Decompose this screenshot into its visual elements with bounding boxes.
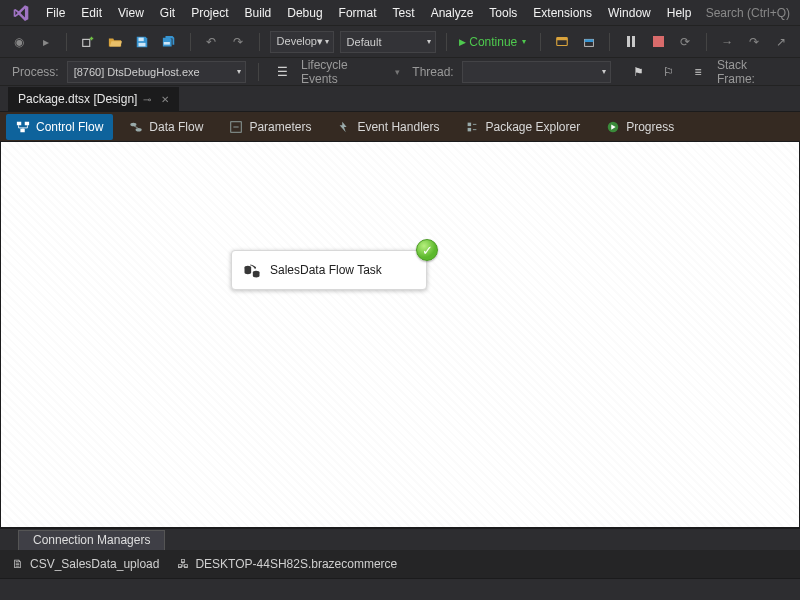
menu-window[interactable]: Window <box>600 2 659 24</box>
svg-point-11 <box>131 122 137 126</box>
menu-extensions[interactable]: Extensions <box>525 2 600 24</box>
new-item-button[interactable] <box>77 31 98 53</box>
process-label: Process: <box>12 65 59 79</box>
step-into-icon[interactable]: → <box>717 31 738 53</box>
menu-analyze[interactable]: Analyze <box>423 2 482 24</box>
process-dropdown[interactable]: [8760] DtsDebugHost.exe <box>67 61 246 83</box>
tab-parameters[interactable]: Parameters <box>219 114 321 140</box>
footer-strip <box>0 578 800 598</box>
progress-icon <box>606 120 620 134</box>
tab-event-handlers[interactable]: Event Handlers <box>327 114 449 140</box>
continue-button[interactable]: ▶ Continue ▾ <box>457 35 530 49</box>
svg-rect-5 <box>557 37 568 40</box>
lifecycle-events-icon[interactable]: ☰ <box>271 61 293 83</box>
svg-rect-3 <box>164 42 170 45</box>
tab-control-flow[interactable]: Control Flow <box>6 114 113 140</box>
event-handlers-icon <box>337 120 351 134</box>
data-flow-icon <box>129 120 143 134</box>
step-over-icon[interactable]: ↷ <box>744 31 765 53</box>
separator <box>259 33 260 51</box>
menu-test[interactable]: Test <box>385 2 423 24</box>
svg-rect-2 <box>138 42 145 46</box>
svg-rect-1 <box>138 37 143 41</box>
menu-tools[interactable]: Tools <box>481 2 525 24</box>
threads-icon[interactable]: ≡ <box>687 61 709 83</box>
restart-button[interactable]: ⟳ <box>675 31 696 53</box>
menu-bar: File Edit View Git Project Build Debug F… <box>0 0 800 26</box>
success-check-icon: ✓ <box>416 239 438 261</box>
flag2-icon[interactable]: ⚐ <box>657 61 679 83</box>
svg-rect-15 <box>468 127 472 131</box>
tab-label: Control Flow <box>36 120 103 134</box>
save-button[interactable] <box>131 31 152 53</box>
separator <box>540 33 541 51</box>
nav-fwd-button[interactable]: ▸ <box>35 31 56 53</box>
connection-managers-header: Connection Managers <box>0 528 800 550</box>
svg-rect-9 <box>25 121 29 125</box>
tab-package-explorer[interactable]: Package Explorer <box>455 114 590 140</box>
tab-label: Data Flow <box>149 120 203 134</box>
menu-file[interactable]: File <box>38 2 73 24</box>
close-icon[interactable]: ✕ <box>161 94 169 105</box>
step-out-icon[interactable]: ↗ <box>771 31 792 53</box>
main-toolbar: ◉ ▸ ↶ ↷ Develop▾ Default ▶ Continue ▾ ⟳ … <box>0 26 800 58</box>
tab-data-flow[interactable]: Data Flow <box>119 114 213 140</box>
open-file-button[interactable] <box>104 31 125 53</box>
undo-button[interactable]: ↶ <box>200 31 221 53</box>
menu-project[interactable]: Project <box>183 2 236 24</box>
separator <box>258 63 259 81</box>
separator <box>190 33 191 51</box>
task-node-label: SalesData Flow Task <box>270 263 382 277</box>
document-tab-strip: Package.dtsx [Design] ⊸ ✕ <box>0 86 800 112</box>
connection-name: CSV_SalesData_upload <box>30 557 159 571</box>
chevron-down-icon: ▾ <box>395 67 400 77</box>
solution-config-dropdown[interactable]: Develop▾ <box>270 31 334 53</box>
redo-button[interactable]: ↷ <box>228 31 249 53</box>
flag-icon[interactable]: ⚑ <box>627 61 649 83</box>
connection-managers-tab[interactable]: Connection Managers <box>18 530 165 550</box>
thread-dropdown[interactable] <box>462 61 611 83</box>
stackframe-label: Stack Frame: <box>717 58 788 86</box>
document-tab-active[interactable]: Package.dtsx [Design] ⊸ ✕ <box>8 87 179 111</box>
control-flow-icon <box>16 120 30 134</box>
save-all-button[interactable] <box>158 31 179 53</box>
chevron-down-icon: ▾ <box>522 37 526 46</box>
separator <box>609 33 610 51</box>
tab-label: Package Explorer <box>485 120 580 134</box>
connection-item[interactable]: 🗎 CSV_SalesData_upload <box>12 557 159 571</box>
design-canvas[interactable]: SalesData Flow Task ✓ <box>0 142 800 528</box>
menu-edit[interactable]: Edit <box>73 2 110 24</box>
pin-icon[interactable]: ⊸ <box>143 94 151 105</box>
separator <box>706 33 707 51</box>
menu-search-input[interactable]: Search (Ctrl+Q) <box>700 6 796 20</box>
menu-help[interactable]: Help <box>659 2 700 24</box>
thread-label: Thread: <box>412 65 453 79</box>
browser-link-icon[interactable] <box>551 31 572 53</box>
svg-rect-10 <box>20 128 24 132</box>
document-tab-title: Package.dtsx [Design] <box>18 92 137 106</box>
hot-reload-icon[interactable] <box>578 31 599 53</box>
menu-format[interactable]: Format <box>331 2 385 24</box>
play-icon: ▶ <box>459 37 466 47</box>
data-flow-task-node[interactable]: SalesData Flow Task ✓ <box>231 250 427 290</box>
menu-git[interactable]: Git <box>152 2 183 24</box>
menu-view[interactable]: View <box>110 2 152 24</box>
nav-back-button[interactable]: ◉ <box>8 31 29 53</box>
vs-logo-icon <box>10 2 32 24</box>
package-explorer-icon <box>465 120 479 134</box>
process-bar: Process: [8760] DtsDebugHost.exe ☰ Lifec… <box>0 58 800 86</box>
tab-label: Event Handlers <box>357 120 439 134</box>
solution-platform-dropdown[interactable]: Default <box>340 31 437 53</box>
pause-button[interactable] <box>620 31 641 53</box>
svg-rect-14 <box>468 122 472 126</box>
stop-button[interactable] <box>647 31 668 53</box>
connection-item[interactable]: 🖧 DESKTOP-44SH82S.brazecommerce <box>177 557 397 571</box>
tab-progress[interactable]: Progress <box>596 114 684 140</box>
menu-build[interactable]: Build <box>237 2 280 24</box>
menu-debug[interactable]: Debug <box>279 2 330 24</box>
svg-point-12 <box>136 127 142 131</box>
parameters-icon <box>229 120 243 134</box>
connection-managers-panel: 🗎 CSV_SalesData_upload 🖧 DESKTOP-44SH82S… <box>0 550 800 578</box>
tab-label: Parameters <box>249 120 311 134</box>
flatfile-connection-icon: 🗎 <box>12 558 24 570</box>
